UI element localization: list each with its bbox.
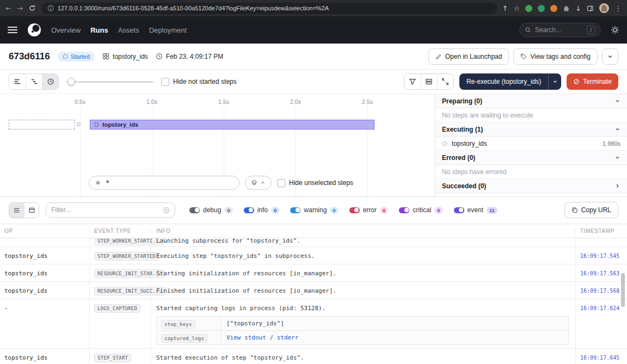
downloads-icon[interactable]: ↓ [575,5,581,12]
reexecute-menu-button[interactable] [548,73,561,90]
share-icon[interactable]: ↑ [502,5,508,12]
panel-section-executing[interactable]: Executing (1) [435,122,627,137]
chip-label: event [468,206,483,214]
extension-icon[interactable] [538,5,545,12]
spinner-icon [63,54,68,59]
site-info-icon[interactable] [47,5,54,11]
gantt-mode-waterfall-button[interactable] [26,74,42,89]
log-row[interactable]: STEP_WORKER_STARTI... Launching subproce… [0,238,627,247]
pending-step-box[interactable] [9,120,75,129]
step-selection-value[interactable] [106,179,233,187]
browser-menu-icon[interactable]: ⋮ [614,5,622,12]
log-filter-field[interactable] [51,206,159,214]
bookmark-star-icon[interactable]: ☆ [513,5,520,12]
col-header-timestamp: TIMESTAMP [576,228,627,234]
zoom-slider-knob[interactable] [67,78,75,85]
forward-icon[interactable]: → [17,5,23,12]
chip-count: 0 [271,207,279,214]
global-search-input[interactable]: Search... / [519,23,601,37]
run-header: 673d6116 Started topstory_ids Feb 23, 4:… [0,44,627,70]
run-actions-menu-button[interactable] [602,48,618,65]
executing-step-row[interactable]: topstory_ids 1.980s [435,137,627,151]
filter-chip-warning[interactable]: warning 0 [290,206,338,214]
side-panel-icon[interactable] [587,5,594,12]
gantt-mode-toggle [9,73,59,90]
scrollbar-thumb[interactable] [621,273,625,307]
fit-view-button[interactable] [437,74,453,89]
toggle-switch-icon[interactable] [454,207,464,213]
log-timestamp: 16:09:17.645 [580,355,619,361]
log-row[interactable]: topstory_ids STEP_WORKER_STARTED Executi… [0,247,627,264]
run-timestamp-label: Feb 23, 4:09:17 PM [166,53,223,60]
step-selection-input[interactable] [89,176,239,190]
log-row[interactable]: topstory_ids STEP_START Started executio… [0,349,627,364]
toggle-switch-icon[interactable] [290,207,300,213]
filter-chip-event[interactable]: event 11 [454,206,497,214]
log-timestamp: 16:09:17.563 [580,270,619,276]
hide-not-started-checkbox[interactable]: Hide not started steps [161,78,237,86]
copy-url-button[interactable]: Copy URL [564,202,618,218]
nav-item-assets[interactable]: Assets [118,26,139,34]
toggle-switch-icon[interactable] [244,207,254,213]
toggle-switch-icon[interactable] [349,207,360,213]
toggle-switch-icon[interactable] [399,207,409,213]
clear-filter-icon[interactable] [163,207,170,214]
dependency-dot [77,122,81,126]
gantt-step-label: topstory_ids [102,121,138,128]
gantt-step-bar[interactable]: topstory_ids [90,120,374,129]
hide-not-started-label: Hide not started steps [173,78,237,85]
raw-view-button[interactable] [24,203,39,218]
toggle-switch-icon[interactable] [189,207,200,213]
panel-section-succeeded[interactable]: Succeeded (0) [435,179,627,193]
checkbox-icon[interactable] [161,78,169,86]
extensions-puzzle-icon[interactable] [563,5,570,12]
settings-gear-icon[interactable] [611,26,619,34]
hide-unselected-checkbox[interactable]: Hide unselected steps [277,179,353,187]
filter-chip-error[interactable]: error 0 [349,206,389,214]
checkbox-icon[interactable] [277,179,285,187]
apply-selection-button[interactable] [245,176,272,190]
extension-icon[interactable] [525,5,532,12]
spinner-icon [94,122,99,127]
hamburger-menu-icon[interactable] [8,27,17,33]
step-name: topstory_ids [452,140,487,147]
filter-chip-info[interactable]: info 0 [244,206,280,214]
gantt-mode-flat-button[interactable] [9,74,26,89]
address-bar[interactable]: 127.0.0.1:3000/runs/673d6116-0528-45df-a… [41,3,497,14]
reexecute-button[interactable]: Re-execute (topstory_ids) [459,73,548,90]
profile-avatar[interactable] [599,3,609,13]
job-icon [102,53,109,60]
reexecute-split-button: Re-execute (topstory_ids) [459,73,561,90]
back-icon[interactable]: ← [5,5,11,12]
reload-icon[interactable] [28,4,36,12]
structured-view-button[interactable] [9,203,24,218]
panel-section-preparing[interactable]: Preparing (0) [435,94,627,108]
gantt-mode-timed-button[interactable] [42,74,58,89]
row-density-button[interactable] [421,74,437,89]
view-tags-config-button[interactable]: View tags and config [513,48,598,65]
zoom-slider[interactable] [66,81,153,83]
filter-chip-debug[interactable]: debug 0 [189,206,233,214]
panel-section-errored[interactable]: Errored (0) [435,151,627,165]
nav-item-deployment[interactable]: Deployment [149,26,187,34]
view-stdout-stderr-link[interactable]: View stdout / stderr [221,332,304,343]
log-row[interactable]: topstory_ids RESOURCE_INIT_SUCC... Finis… [0,282,627,299]
run-job-link[interactable]: topstory_ids [102,53,148,60]
log-filter-input[interactable] [46,202,175,218]
chevron-right-icon [614,183,620,189]
nav-item-overview[interactable]: Overview [51,26,81,34]
terminate-button[interactable]: Terminate [567,73,618,90]
nav-item-runs[interactable]: Runs [90,26,108,34]
open-in-launchpad-button[interactable]: Open in Launchpad [428,48,509,65]
log-row-logs-captured[interactable]: - LOGS_CAPTURED Started capturing logs i… [0,299,627,349]
filter-funnel-button[interactable] [404,74,421,89]
log-row[interactable]: topstory_ids RESOURCE_INIT_STAR... Start… [0,264,627,282]
chevron-down-icon [614,126,620,132]
search-shortcut-key: / [587,26,595,34]
event-type-tag: STEP_WORKER_STARTED [94,252,159,261]
filter-chip-critical[interactable]: critical 0 [399,206,442,214]
app-navbar: Overview Runs Assets Deployment Search..… [0,16,627,44]
hide-unselected-label: Hide unselected steps [289,179,353,187]
dagster-logo[interactable] [27,23,41,37]
extension-icon[interactable] [550,5,557,12]
